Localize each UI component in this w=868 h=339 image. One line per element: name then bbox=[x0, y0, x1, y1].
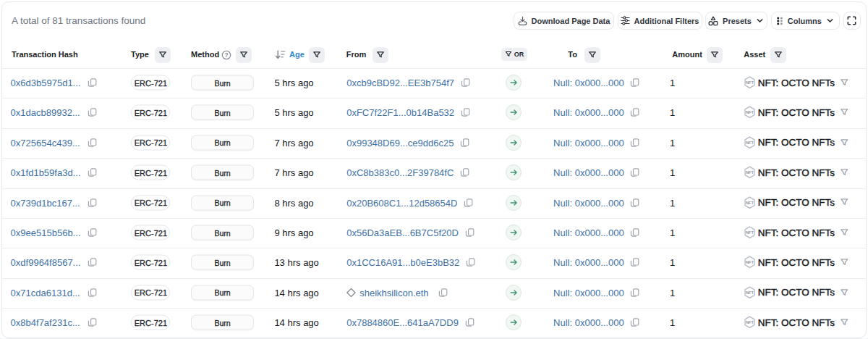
svg-text:NFT: NFT bbox=[746, 320, 754, 325]
svg-text:NFT: NFT bbox=[746, 230, 754, 235]
svg-text:NFT: NFT bbox=[746, 201, 754, 205]
svg-text:NFT: NFT bbox=[746, 80, 754, 85]
svg-text:?: ? bbox=[224, 51, 228, 58]
svg-text:NFT: NFT bbox=[746, 110, 754, 114]
svg-text:NFT: NFT bbox=[746, 260, 754, 264]
svg-text:NFT: NFT bbox=[746, 170, 754, 175]
svg-text:NFT: NFT bbox=[746, 141, 754, 145]
svg-text:NFT: NFT bbox=[746, 290, 754, 295]
